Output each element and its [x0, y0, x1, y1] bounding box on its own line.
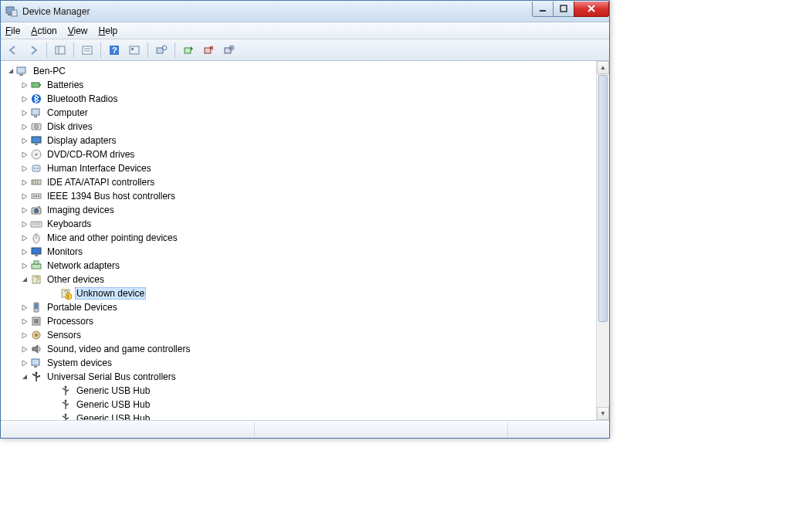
minimize-button[interactable]	[532, 2, 554, 17]
back-button[interactable]	[4, 42, 22, 59]
expand-icon[interactable]	[19, 96, 30, 103]
other-icon: ?	[30, 273, 42, 286]
svg-point-42	[36, 195, 37, 197]
titlebar[interactable]: Device Manager	[1, 1, 609, 22]
expand-icon[interactable]	[19, 82, 30, 89]
expand-icon[interactable]	[19, 249, 30, 256]
tree-item[interactable]: Processors	[4, 314, 596, 328]
tree-item[interactable]: Network adapters	[4, 259, 596, 273]
expand-icon[interactable]	[19, 124, 30, 130]
svg-rect-53	[35, 255, 38, 256]
tree-item[interactable]: DVD/CD-ROM drives	[4, 147, 596, 161]
tree-item[interactable]: Computer	[4, 106, 596, 120]
tree-item[interactable]: Bluetooth Radios	[4, 92, 596, 106]
svg-rect-68	[32, 359, 39, 365]
update-driver-button[interactable]	[219, 42, 238, 59]
uninstall-button[interactable]	[199, 42, 218, 59]
network-icon	[30, 259, 42, 272]
scroll-down-icon[interactable]: ▼	[597, 407, 609, 420]
tree-item-label: Network adapters	[46, 259, 121, 272]
tree-item-usb-hub[interactable]: Generic USB Hub	[4, 384, 596, 398]
menu-action[interactable]: Action	[31, 25, 56, 36]
collapse-icon[interactable]	[5, 68, 16, 75]
expand-icon[interactable]	[19, 304, 30, 311]
tree-item[interactable]: Display adapters	[4, 134, 596, 147]
show-hide-tree-button[interactable]	[51, 42, 69, 59]
expand-icon[interactable]	[19, 346, 30, 353]
tree-item[interactable]: Disk drives	[4, 120, 596, 134]
svg-rect-69	[34, 366, 37, 368]
svg-rect-63	[35, 303, 38, 309]
forward-button[interactable]	[24, 42, 42, 59]
tree-item-usb[interactable]: Universal Serial Bus controllers	[4, 370, 596, 384]
expand-icon[interactable]	[19, 110, 30, 117]
scan-hardware-button[interactable]	[152, 42, 171, 59]
tree-item-usb-hub[interactable]: Generic USB Hub	[4, 398, 596, 412]
expand-icon[interactable]	[19, 137, 30, 144]
tree-item[interactable]: Sensors	[4, 328, 596, 342]
svg-text:?: ?	[112, 46, 117, 55]
tree-item-label: Batteries	[46, 79, 85, 91]
ide-icon	[30, 176, 42, 188]
tree-item[interactable]: Keyboards	[4, 217, 596, 231]
device-tree[interactable]: Ben-PCBatteriesBluetooth RadiosComputerD…	[1, 61, 596, 420]
maximize-button[interactable]	[553, 2, 574, 17]
svg-text:!: !	[67, 293, 69, 300]
menu-help[interactable]: Help	[99, 25, 118, 36]
vertical-scrollbar[interactable]: ▲ ▼	[596, 61, 609, 420]
expand-icon[interactable]	[19, 207, 30, 214]
menu-view[interactable]: View	[68, 25, 88, 36]
close-button[interactable]	[574, 2, 609, 17]
status-cell	[255, 422, 509, 438]
collapse-icon[interactable]	[19, 374, 30, 381]
usbhub-icon	[59, 398, 72, 411]
tree-item[interactable]: Imaging devices	[4, 203, 596, 217]
tree-item[interactable]: Portable Devices	[4, 300, 596, 314]
tree-item[interactable]: IEEE 1394 Bus host controllers	[4, 189, 596, 203]
bluetooth-icon	[30, 93, 42, 105]
menu-file[interactable]: File	[5, 25, 20, 36]
enable-button[interactable]	[179, 42, 198, 59]
tree-item-label: Ben-PC	[32, 65, 67, 77]
expand-icon[interactable]	[19, 332, 30, 339]
action-button[interactable]	[125, 42, 144, 59]
expand-icon[interactable]	[19, 165, 30, 172]
cpu-icon	[30, 315, 42, 327]
tree-item-label: IEEE 1394 Bus host controllers	[46, 190, 177, 202]
toolbar-separator	[100, 42, 101, 58]
svg-point-43	[38, 195, 39, 197]
tree-item[interactable]: IDE ATA/ATAPI controllers	[4, 175, 596, 189]
expand-icon[interactable]	[19, 179, 30, 186]
tree-item-label: Monitors	[46, 246, 84, 258]
tree-root[interactable]: Ben-PC	[4, 64, 596, 78]
tree-item-label: Other devices	[46, 273, 106, 286]
tree-item-other-devices[interactable]: ?Other devices	[4, 273, 596, 286]
tree-item[interactable]: Monitors	[4, 245, 596, 259]
scroll-thumb[interactable]	[598, 75, 608, 322]
system-icon	[30, 357, 42, 369]
menubar: File Action View Help	[1, 22, 609, 39]
expand-icon[interactable]	[19, 193, 30, 200]
help-button[interactable]: ?	[105, 42, 124, 59]
collapse-icon[interactable]	[19, 276, 30, 283]
disk-icon	[30, 120, 42, 133]
tree-item-usb-hub[interactable]: Generic USB Hub	[4, 412, 596, 420]
svg-point-75	[65, 414, 67, 416]
scroll-up-icon[interactable]: ▲	[597, 61, 609, 74]
expand-icon[interactable]	[19, 151, 30, 158]
imaging-icon	[30, 204, 42, 216]
tree-item[interactable]: Mice and other pointing devices	[4, 231, 596, 245]
svg-rect-30	[35, 144, 38, 145]
computerRoot-icon	[16, 65, 29, 77]
expand-icon[interactable]	[19, 221, 30, 228]
tree-item[interactable]: Batteries	[4, 78, 596, 92]
expand-icon[interactable]	[19, 318, 30, 325]
tree-item[interactable]: Sound, video and game controllers	[4, 342, 596, 356]
expand-icon[interactable]	[19, 263, 30, 269]
expand-icon[interactable]	[19, 235, 30, 242]
properties-button[interactable]	[78, 42, 97, 59]
expand-icon[interactable]	[19, 360, 30, 367]
tree-item[interactable]: Human Interface Devices	[4, 161, 596, 175]
tree-item[interactable]: System devices	[4, 356, 596, 370]
tree-item-unknown-device[interactable]: ?!Unknown device	[4, 286, 596, 300]
